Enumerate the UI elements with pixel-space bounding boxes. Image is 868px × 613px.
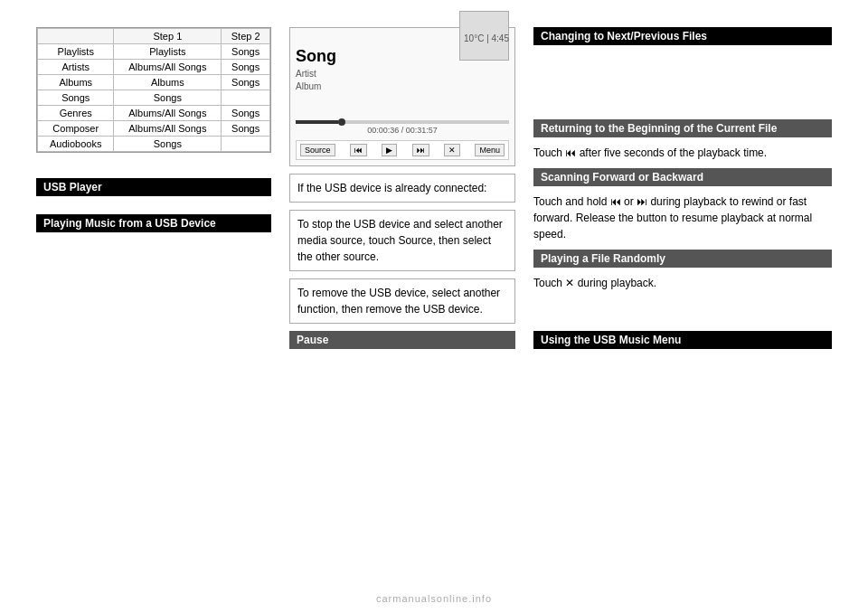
returning-header-text: Returning to the Beginning of the Curren… xyxy=(541,122,777,135)
screen-topbar: 10°C | 4:45 xyxy=(296,33,509,43)
table-row: AlbumsAlbumsSongs xyxy=(38,75,270,90)
returning-header: Returning to the Beginning of the Curren… xyxy=(533,119,832,137)
table-cell: Playlists xyxy=(38,44,114,60)
progress-thumb xyxy=(338,118,345,126)
info-stop-text: To stop the USB device and select anothe… xyxy=(297,218,503,263)
info-box-remove: To remove the USB device, select another… xyxy=(289,278,515,324)
info-remove-text: To remove the USB device, select another… xyxy=(297,287,500,316)
info-connected-text: If the USB device is already connected: xyxy=(297,182,486,194)
table-cell: Songs xyxy=(222,121,270,137)
table-cell: Albums/All Songs xyxy=(114,106,222,121)
mid-column: 10°C | 4:45 Song Artist Album 00:00:36 /… xyxy=(289,27,515,586)
table-cell: Audiobooks xyxy=(38,137,114,152)
scanning-header: Scanning Forward or Backward xyxy=(533,168,832,186)
usb-music-menu-header: Using the USB Music Menu xyxy=(533,331,832,349)
screen-time: 00:00:36 / 00:31:57 xyxy=(296,126,509,135)
next-button[interactable]: ⏭ xyxy=(412,144,429,156)
table-cell: Playlists xyxy=(114,44,222,60)
screen-controls: Source ⏮ ▶ ⏭ ✕ Menu xyxy=(296,140,509,160)
table-cell: Albums xyxy=(38,75,114,90)
table-row: SongsSongs xyxy=(38,90,270,106)
table-cell: Songs xyxy=(38,90,114,106)
table-row: PlaylistsPlaylistsSongs xyxy=(38,44,270,60)
table-row: GenresAlbums/All SongsSongs xyxy=(38,106,270,121)
progress-track xyxy=(296,120,509,124)
playing-music-header: Playing Music from a USB Device xyxy=(36,214,271,232)
table-cell: Artists xyxy=(38,60,114,75)
device-screen: 10°C | 4:45 Song Artist Album 00:00:36 /… xyxy=(289,27,515,166)
play-button[interactable]: ▶ xyxy=(382,144,397,156)
screen-album: Album xyxy=(296,80,509,93)
table-cell: Songs xyxy=(222,75,270,90)
menu-button[interactable]: Menu xyxy=(475,144,505,156)
table-row: ComposerAlbums/All SongsSongs xyxy=(38,121,270,137)
shuffle-button[interactable]: ✕ xyxy=(444,144,460,156)
spacer2 xyxy=(533,298,832,325)
table-cell: Songs xyxy=(114,137,222,152)
progress-bar-container xyxy=(296,120,509,124)
table-cell: Songs xyxy=(222,60,270,75)
table-cell: Albums/All Songs xyxy=(114,60,222,75)
touch-after-text: Touch ⏮ after five seconds of the playba… xyxy=(533,143,832,163)
left-column: Step 1 Step 2 PlaylistsPlaylistsSongsArt… xyxy=(36,27,271,586)
table-col3-header: Step 2 xyxy=(222,29,270,44)
navigation-table-container: Step 1 Step 2 PlaylistsPlaylistsSongsArt… xyxy=(36,27,271,153)
info-box-stop: To stop the USB device and select anothe… xyxy=(289,210,515,271)
progress-fill xyxy=(296,120,338,124)
prev-button[interactable]: ⏮ xyxy=(350,144,367,156)
source-button[interactable]: Source xyxy=(300,144,335,156)
scanning-text: Touch and hold ⏮ or ⏭ during playback to… xyxy=(533,192,832,244)
table-cell: Albums xyxy=(114,75,222,90)
page-container: Step 1 Step 2 PlaylistsPlaylistsSongsArt… xyxy=(0,0,868,613)
navigation-table: Step 1 Step 2 PlaylistsPlaylistsSongsArt… xyxy=(37,28,270,152)
playing-randomly-text: Touch ✕ during playback. xyxy=(533,273,832,293)
table-cell: Songs xyxy=(222,106,270,121)
table-cell: Genres xyxy=(38,106,114,121)
table-row: ArtistsAlbums/All SongsSongs xyxy=(38,60,270,75)
watermark: carmanualsonline.info xyxy=(376,593,492,604)
table-cell: Songs xyxy=(114,90,222,106)
table-cell xyxy=(222,90,270,106)
playing-randomly-header: Playing a File Randomly xyxy=(533,250,832,268)
changing-files-spacer xyxy=(533,51,832,114)
pause-header: Pause xyxy=(289,331,515,349)
info-box-connected: If the USB device is already connected: xyxy=(289,174,515,203)
table-cell xyxy=(222,137,270,152)
screen-artist: Artist xyxy=(296,68,509,80)
table-col2-header: Step 1 xyxy=(114,29,222,44)
table-cell: Composer xyxy=(38,121,114,137)
table-cell: Songs xyxy=(222,44,270,60)
right-column: Changing to Next/Previous Files Returnin… xyxy=(533,27,832,586)
table-row: AudiobooksSongs xyxy=(38,137,270,152)
table-col1-header xyxy=(38,29,114,44)
table-cell: Albums/All Songs xyxy=(114,121,222,137)
usb-player-header: USB Player xyxy=(36,178,271,196)
changing-files-header: Changing to Next/Previous Files xyxy=(533,27,832,45)
